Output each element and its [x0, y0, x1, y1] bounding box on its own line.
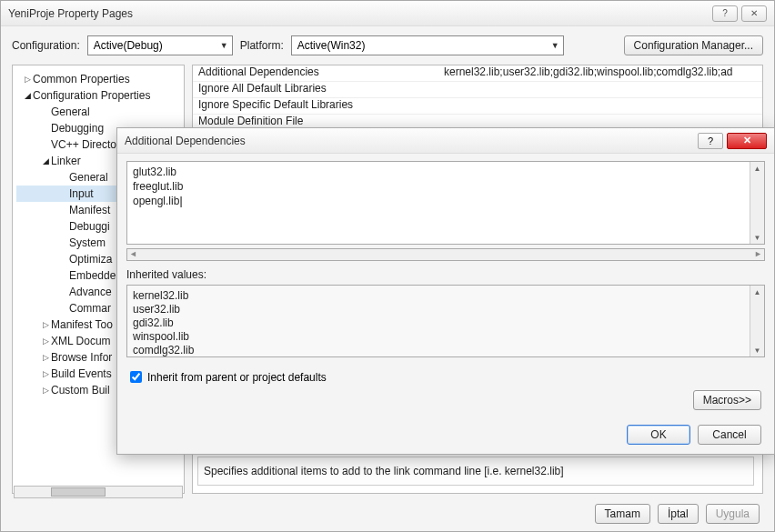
dependencies-editbox[interactable]: glut32.libfreeglut.libopengl.lib▲▼	[126, 161, 765, 245]
tree-item-label: Optimiza	[69, 253, 112, 266]
property-name: Ignore Specific Default Libraries	[193, 98, 438, 114]
tree-item-label: Build Events	[51, 367, 112, 380]
configuration-label: Configuration:	[12, 39, 80, 52]
dialog-titlebar: Additional Dependencies ? ✕	[117, 128, 774, 154]
tree-item-label: General	[69, 171, 108, 184]
main-titlebar: YeniProje Property Pages ? ✕	[1, 1, 774, 26]
configuration-value: Active(Debug)	[94, 39, 163, 52]
inherited-line: winspool.lib	[133, 330, 759, 344]
tree-item-label: Commar	[69, 302, 111, 315]
tree-item-label: Custom Buil	[51, 384, 110, 396]
chevron-right-icon[interactable]: ▷	[40, 353, 51, 362]
chevron-right-icon[interactable]: ▷	[40, 386, 51, 395]
tree-item-label: Browse Infor	[51, 351, 112, 364]
property-grid[interactable]: Additional Dependencieskernel32.lib;user…	[193, 65, 762, 131]
apply-button: Uygula	[706, 504, 760, 524]
tree-item-label: Manifest Too	[51, 318, 113, 331]
tree-item-label: VC++ Directo	[51, 138, 116, 151]
inherited-values-label: Inherited values:	[126, 268, 765, 281]
config-toolbar: Configuration: Active(Debug) ▼ Platform:…	[1, 26, 774, 65]
property-row[interactable]: Ignore All Default Libraries	[193, 82, 762, 98]
property-name: Ignore All Default Libraries	[193, 82, 438, 97]
tree-item[interactable]: ▷Common Properties	[16, 71, 180, 87]
inherited-line: kernel32.lib	[133, 289, 759, 303]
main-window-title: YeniProje Property Pages	[8, 7, 712, 20]
configuration-manager-button[interactable]: Configuration Manager...	[624, 35, 763, 55]
tree-item-label: Linker	[51, 155, 81, 167]
dialog-ok-button[interactable]: OK	[627, 425, 690, 445]
dialog-title: Additional Dependencies	[125, 135, 698, 147]
close-icon[interactable]: ✕	[727, 133, 767, 149]
property-row[interactable]: Ignore Specific Default Libraries	[193, 98, 762, 115]
configuration-combo[interactable]: Active(Debug) ▼	[87, 35, 233, 55]
tree-item[interactable]: General	[16, 104, 180, 120]
tree-item-label: Debuggi	[69, 220, 110, 233]
dialog-cancel-button[interactable]: Cancel	[698, 425, 761, 445]
chevron-right-icon[interactable]: ▷	[40, 320, 51, 329]
editbox-scrollbar[interactable]: ▲▼	[750, 162, 764, 244]
inherited-line: gdi32.lib	[133, 316, 759, 330]
chevron-right-icon[interactable]: ▷	[40, 369, 51, 378]
close-icon[interactable]: ✕	[741, 5, 767, 22]
help-icon[interactable]: ?	[698, 133, 723, 149]
chevron-right-icon[interactable]: ▷	[22, 75, 33, 84]
tree-item-label: Embedde	[69, 269, 116, 282]
edit-line: glut32.lib	[133, 166, 759, 180]
property-description: Specifies additional items to add to the…	[197, 457, 754, 486]
inherited-line: user32.lib	[133, 303, 759, 316]
platform-combo[interactable]: Active(Win32) ▼	[291, 35, 564, 55]
tree-item-label: System	[69, 236, 106, 249]
tree-item-label: Common Properties	[33, 73, 130, 85]
property-value	[438, 98, 762, 114]
tree-item-label: Configuration Properties	[33, 89, 150, 102]
tree-scrollbar[interactable]	[14, 486, 183, 498]
edit-line: freeglut.lib	[133, 180, 759, 195]
tree-item-label: General	[51, 105, 90, 118]
chevron-down-icon: ▼	[551, 41, 559, 50]
chevron-down-icon[interactable]: ◢	[22, 91, 33, 100]
tree-item-label: Advance	[69, 286, 112, 298]
inherit-checkbox[interactable]	[130, 371, 142, 383]
inherit-checkbox-label: Inherit from parent or project defaults	[147, 371, 327, 384]
platform-label: Platform:	[240, 39, 284, 52]
editbox-h-scrollbar[interactable]	[126, 248, 765, 261]
additional-dependencies-dialog: Additional Dependencies ? ✕ glut32.libfr…	[116, 127, 775, 455]
chevron-right-icon[interactable]: ▷	[40, 336, 51, 346]
help-icon[interactable]: ?	[712, 5, 738, 22]
inherited-line: comdlg32.lib	[133, 344, 759, 357]
ok-button[interactable]: Tamam	[595, 504, 650, 524]
tree-item-label: Input	[69, 187, 94, 200]
macros-button[interactable]: Macros>>	[693, 390, 761, 410]
tree-item-label: Manifest	[69, 204, 110, 216]
tree-item-label: Debugging	[51, 122, 104, 135]
cancel-button[interactable]: İptal	[658, 504, 699, 524]
property-value: kernel32.lib;user32.lib;gdi32.lib;winspo…	[438, 65, 762, 81]
chevron-down-icon[interactable]: ◢	[40, 156, 51, 166]
inherited-scrollbar[interactable]: ▲▼	[750, 286, 764, 356]
inherited-values-box: kernel32.libuser32.libgdi32.libwinspool.…	[126, 285, 765, 357]
chevron-down-icon: ▼	[220, 41, 228, 50]
edit-line: opengl.lib	[133, 195, 759, 209]
platform-value: Active(Win32)	[297, 39, 366, 52]
property-value	[438, 82, 762, 97]
tree-item-label: XML Docum	[51, 335, 111, 347]
tree-item[interactable]: ◢Configuration Properties	[16, 87, 180, 104]
property-row[interactable]: Additional Dependencieskernel32.lib;user…	[193, 65, 762, 82]
property-name: Additional Dependencies	[193, 65, 438, 81]
